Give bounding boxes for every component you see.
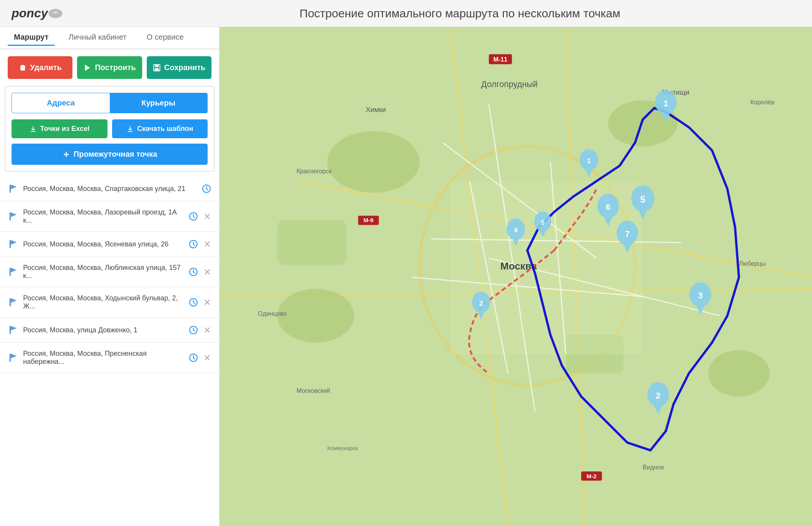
svg-marker-9 xyxy=(11,185,17,189)
address-text: Россия, Москва, Москва, Люблинская улица… xyxy=(23,264,184,280)
svg-rect-7 xyxy=(155,68,159,70)
map-area[interactable]: Долгопрудный Химки Мытищи Королёв Красно… xyxy=(220,27,812,526)
tab-switcher: Адреса Курьеры xyxy=(12,93,208,113)
address-item: Россия, Москва, Москва, Ясеневая улица, … xyxy=(0,232,219,257)
close-icon[interactable] xyxy=(203,240,211,248)
svg-text:3: 3 xyxy=(698,291,703,300)
svg-text:Химки: Химки xyxy=(366,106,386,114)
clock-icon[interactable] xyxy=(188,239,198,249)
address-item: Россия, Москва, улица Довженко, 1 xyxy=(0,318,219,343)
svg-marker-27 xyxy=(11,354,17,358)
download-template-button[interactable]: Скачать шаблон xyxy=(112,119,208,138)
svg-text:5: 5 xyxy=(541,219,544,226)
svg-text:М-11: М-11 xyxy=(493,56,508,63)
close-icon[interactable] xyxy=(203,212,211,221)
svg-text:Люберцы: Люберцы xyxy=(739,260,766,267)
close-icon[interactable] xyxy=(203,326,211,334)
close-icon[interactable] xyxy=(203,268,211,276)
svg-text:1: 1 xyxy=(663,99,668,108)
logo-icon: ™ xyxy=(48,6,63,21)
svg-rect-20 xyxy=(10,298,11,307)
address-text: Россия, Москва, Москва, Лазоревый проезд… xyxy=(23,208,184,224)
delete-label: Удалить xyxy=(30,63,62,72)
download-template-label: Скачать шаблон xyxy=(137,125,193,133)
flag-icon xyxy=(8,239,18,250)
flag-icon xyxy=(8,183,18,194)
svg-text:2: 2 xyxy=(656,391,660,400)
address-text: Россия, Москва, Москва, Ходынский бульва… xyxy=(23,294,184,310)
addresses-tab-btn[interactable]: Адреса xyxy=(12,93,110,113)
svg-rect-39 xyxy=(277,219,347,266)
svg-marker-4 xyxy=(85,64,90,71)
svg-text:Королёв: Королёв xyxy=(750,99,774,106)
save-button[interactable]: Сохранить xyxy=(147,56,211,79)
clock-icon[interactable] xyxy=(188,211,198,221)
address-item: Россия, Москва, Москва, Спартаковская ул… xyxy=(0,176,219,201)
svg-text:М-2: М-2 xyxy=(587,473,597,479)
close-icon[interactable] xyxy=(203,298,211,307)
clock-icon[interactable] xyxy=(188,267,198,277)
svg-rect-14 xyxy=(10,240,11,248)
plus-icon xyxy=(62,150,70,159)
flag-icon xyxy=(8,297,18,308)
svg-text:7: 7 xyxy=(625,229,630,239)
address-text: Россия, Москва, улица Довженко, 1 xyxy=(23,326,184,334)
address-item: Россия, Москва, Москва, Пресненская набе… xyxy=(0,343,219,373)
clock-icon[interactable] xyxy=(188,297,198,307)
svg-text:Видное: Видное xyxy=(643,464,664,471)
svg-text:1: 1 xyxy=(587,157,591,165)
download-template-icon xyxy=(126,125,134,133)
action-buttons: Удалить Построить Сохранить xyxy=(0,49,219,86)
panel: Адреса Курьеры Точки из Excel xyxy=(5,86,215,172)
svg-point-35 xyxy=(327,131,420,193)
build-label: Построить xyxy=(95,63,136,72)
nav-tabs: Маршрут Личный кабинет О сервисе xyxy=(0,27,219,49)
svg-marker-12 xyxy=(11,213,17,217)
svg-rect-3 xyxy=(23,67,24,69)
close-icon[interactable] xyxy=(203,353,211,362)
svg-rect-23 xyxy=(10,326,11,334)
couriers-tab-btn[interactable]: Курьеры xyxy=(110,93,208,113)
svg-text:2: 2 xyxy=(479,300,483,307)
flag-icon xyxy=(8,266,18,277)
save-label: Сохранить xyxy=(164,63,205,72)
address-text: Россия, Москва, Москва, Пресненская набе… xyxy=(23,350,184,366)
tab-account[interactable]: Личный кабинет xyxy=(62,30,133,46)
flag-icon xyxy=(8,325,18,335)
svg-rect-8 xyxy=(10,185,11,193)
address-list: Россия, Москва, Москва, Спартаковская ул… xyxy=(0,176,219,526)
add-point-button[interactable]: Промежуточная точка xyxy=(12,144,208,165)
svg-text:М-9: М-9 xyxy=(364,217,374,223)
svg-text:Долгопрудный: Долгопрудный xyxy=(481,79,538,89)
import-excel-button[interactable]: Точки из Excel xyxy=(12,119,107,138)
clock-icon[interactable] xyxy=(201,184,211,194)
header: poncy ™ Построение оптимального маршрута… xyxy=(0,0,812,27)
download-icon xyxy=(29,125,37,133)
clock-icon[interactable] xyxy=(188,353,198,363)
svg-text:™: ™ xyxy=(53,10,58,17)
flag-icon xyxy=(8,211,18,222)
address-text: Россия, Москва, Москва, Спартаковская ул… xyxy=(23,185,197,193)
svg-rect-6 xyxy=(155,64,159,67)
add-point-label: Промежуточная точка xyxy=(74,150,157,159)
address-item: Россия, Москва, Москва, Лазоревый проезд… xyxy=(0,201,219,232)
address-text: Россия, Москва, Москва, Ясеневая улица, … xyxy=(23,240,184,248)
flag-icon xyxy=(8,352,18,363)
sidebar: Маршрут Личный кабинет О сервисе Удалить… xyxy=(0,27,220,526)
address-item: Россия, Москва, Москва, Ходынский бульва… xyxy=(0,287,219,318)
page-title: Построение оптимального маршрута по неск… xyxy=(119,7,800,20)
import-excel-label: Точки из Excel xyxy=(40,125,89,133)
tab-route[interactable]: Маршрут xyxy=(8,30,55,46)
svg-point-37 xyxy=(277,289,354,343)
svg-rect-17 xyxy=(10,268,11,276)
svg-marker-21 xyxy=(11,298,17,303)
tab-about[interactable]: О сервисе xyxy=(141,30,190,46)
svg-rect-11 xyxy=(10,213,11,221)
clock-icon[interactable] xyxy=(188,325,198,335)
build-button[interactable]: Построить xyxy=(77,56,142,79)
svg-marker-24 xyxy=(11,326,17,331)
logo-text: poncy xyxy=(12,6,48,20)
svg-text:Коммунарка: Коммунарка xyxy=(327,445,358,451)
delete-button[interactable]: Удалить xyxy=(8,56,72,79)
svg-rect-26 xyxy=(10,354,11,362)
